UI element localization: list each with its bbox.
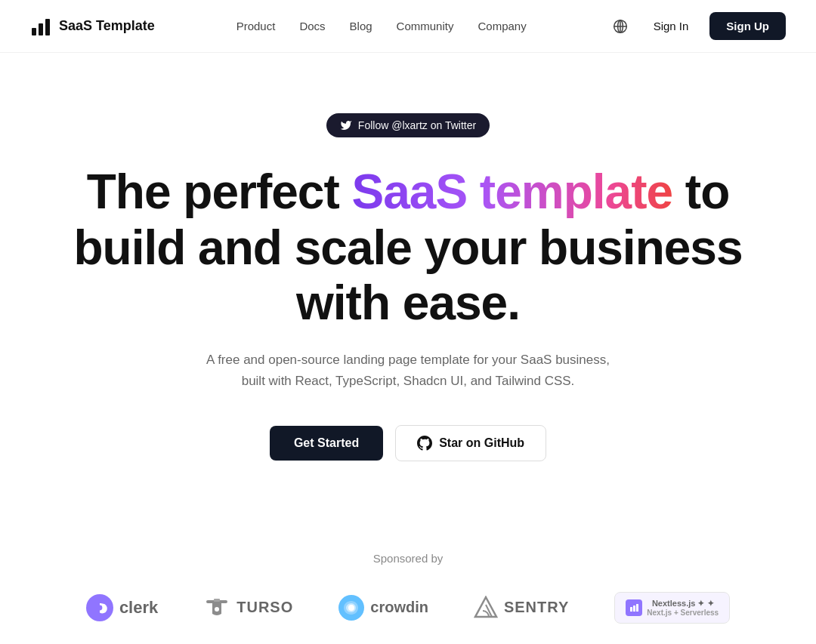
svg-rect-15 [636,604,638,612]
github-button[interactable]: Star on GitHub [395,425,546,461]
get-started-button[interactable]: Get Started [270,426,383,461]
twitter-badge[interactable]: Follow @lxartz on Twitter [326,113,490,137]
sponsor-crowdin: crowdin [338,595,428,621]
nav-product[interactable]: Product [236,20,276,32]
clerk-icon [86,594,113,621]
nextless-line1: Nextless.js ✦ ✦ [647,599,719,609]
github-icon [417,436,432,451]
sentry-label: SENTRY [504,599,569,616]
sign-up-button[interactable]: Sign Up [709,12,786,40]
svg-rect-14 [633,605,635,612]
nextless-line2: Next.js + Serverless [647,609,719,617]
turso-icon [203,594,230,621]
nav-community[interactable]: Community [397,20,454,32]
svg-point-12 [348,605,354,611]
navbar: SaaS Template Product Docs Blog Communit… [0,0,816,53]
sponsors-row: clerk TURSO crowdin [30,592,786,624]
sign-in-button[interactable]: Sign In [644,14,698,39]
svg-rect-13 [630,607,632,612]
sponsors-label: Sponsored by [30,552,786,565]
language-selector-button[interactable] [608,14,632,39]
globe-icon [613,19,628,34]
sponsors-section: Sponsored by clerk TURSO [0,507,816,644]
crowdin-icon [338,595,364,621]
nav-links: Product Docs Blog Community Company [236,20,527,32]
svg-point-7 [86,594,113,621]
crowdin-label: crowdin [370,599,428,616]
twitter-badge-text: Follow @lxartz on Twitter [358,119,476,131]
sponsor-nextless: Nextless.js ✦ ✦ Next.js + Serverless [614,592,730,624]
twitter-icon [340,119,352,131]
github-button-label: Star on GitHub [439,436,524,450]
sponsor-clerk: clerk [86,594,158,621]
nav-company[interactable]: Company [478,20,526,32]
hero-buttons: Get Started Star on GitHub [270,425,546,461]
hero-title-before: The perfect [87,165,352,219]
nav-actions: Sign In Sign Up [608,12,786,40]
nextless-icon [626,599,642,616]
hero-subtitle: A free and open-source landing page temp… [196,350,620,392]
sentry-icon [474,596,498,620]
hero-title-gradient: SaaS template [352,165,673,219]
svg-rect-0 [32,28,36,35]
brand-name: SaaS Template [59,18,155,34]
sponsor-turso: TURSO [203,594,293,621]
nav-docs[interactable]: Docs [299,20,325,32]
svg-rect-10 [214,599,220,602]
svg-point-9 [215,607,219,612]
nextless-text: Nextless.js ✦ ✦ Next.js + Serverless [647,599,719,617]
clerk-label: clerk [119,598,158,618]
svg-rect-1 [39,23,43,35]
svg-rect-2 [45,19,50,35]
nav-blog[interactable]: Blog [350,20,372,32]
logo-icon [30,16,51,37]
sponsor-sentry: SENTRY [474,596,569,620]
hero-title: The perfect SaaS template to build and s… [68,165,748,331]
brand-logo[interactable]: SaaS Template [30,16,155,37]
turso-label: TURSO [236,599,293,616]
hero-section: Follow @lxartz on Twitter The perfect Sa… [0,53,816,507]
